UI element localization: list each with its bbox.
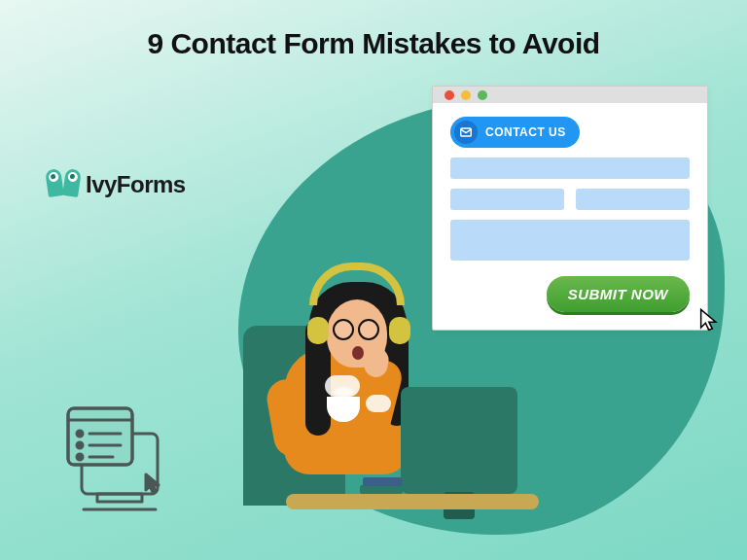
ivyforms-logo-icon <box>47 169 82 200</box>
headphone-cup <box>389 317 410 344</box>
sweater-pattern <box>366 395 391 412</box>
monitor <box>401 387 517 494</box>
submit-button[interactable]: SUBMIT NOW <box>547 276 690 312</box>
window-max-dot <box>478 90 487 100</box>
desk <box>286 494 539 509</box>
contact-us-label: CONTACT US <box>485 125 566 139</box>
mouth <box>352 346 364 360</box>
contact-page-line-icon <box>53 399 179 525</box>
form-field-1[interactable] <box>450 158 690 179</box>
headphone-cup <box>307 317 329 344</box>
mail-icon <box>454 121 478 144</box>
form-field-2[interactable] <box>450 189 564 210</box>
svg-rect-2 <box>97 494 142 502</box>
headphones <box>309 262 405 305</box>
svg-point-9 <box>77 442 83 448</box>
cursor-icon <box>696 307 724 334</box>
svg-point-11 <box>77 454 83 460</box>
contact-us-button[interactable]: CONTACT US <box>450 117 580 148</box>
books <box>360 474 403 494</box>
glasses-icon <box>333 319 383 338</box>
sweater-pattern <box>325 375 360 397</box>
submit-label: SUBMIT NOW <box>568 286 668 302</box>
form-body: CONTACT US SUBMIT NOW <box>433 103 707 330</box>
form-field-4[interactable] <box>450 220 690 261</box>
window-min-dot <box>461 90 471 100</box>
page-title: 9 Contact Form Mistakes to Avoid <box>0 0 747 60</box>
ivyforms-logo-text: IvyForms <box>86 171 186 198</box>
window-close-dot <box>445 90 454 100</box>
browser-titlebar <box>433 87 707 103</box>
contact-form-mockup: CONTACT US SUBMIT NOW <box>432 86 708 331</box>
svg-point-7 <box>77 431 83 437</box>
ivyforms-logo: IvyForms <box>47 169 186 200</box>
form-field-3[interactable] <box>576 189 690 210</box>
